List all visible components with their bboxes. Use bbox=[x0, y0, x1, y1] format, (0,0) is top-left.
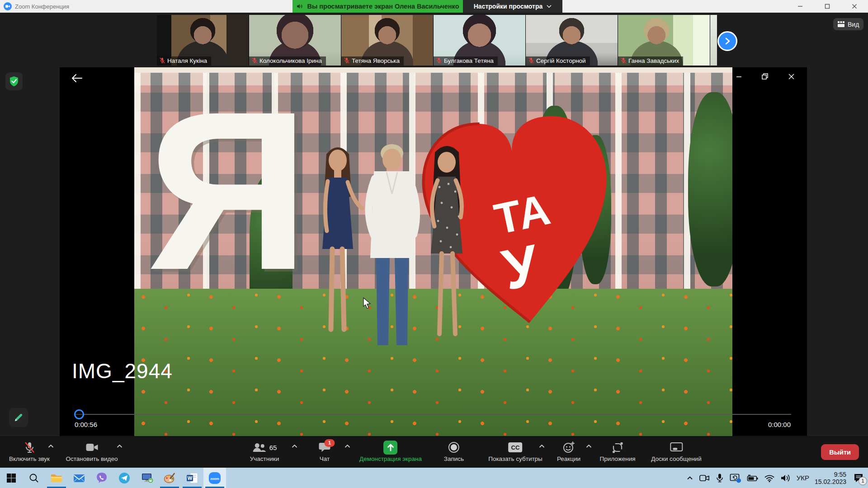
photo-viewer-window-controls bbox=[731, 70, 799, 83]
meeting-info-shield[interactable] bbox=[5, 72, 23, 90]
minimize-button[interactable] bbox=[787, 0, 814, 13]
leave-meeting-button[interactable]: Выйти bbox=[821, 444, 859, 460]
window-title: Zoom Конференция bbox=[15, 3, 69, 10]
taskbar-date: 15.02.2023 bbox=[815, 478, 846, 485]
chat-unread-badge: 1 bbox=[325, 439, 335, 447]
taskbar-clock[interactable]: 9:55 15.02.2023 bbox=[815, 471, 846, 485]
video-scrubber-track[interactable] bbox=[75, 414, 791, 415]
shared-photo-viewer-window: Я ТА У bbox=[60, 67, 807, 436]
apps-control[interactable]: Приложения bbox=[600, 440, 636, 462]
start-button[interactable] bbox=[0, 468, 23, 488]
remote-desktop-button[interactable] bbox=[136, 468, 158, 488]
mouse-cursor bbox=[363, 297, 373, 309]
unmute-control[interactable]: Включить звук bbox=[9, 440, 50, 462]
mic-muted-icon bbox=[160, 57, 165, 64]
pencil-icon bbox=[14, 413, 24, 422]
mic-muted-icon bbox=[344, 57, 349, 64]
leave-meeting-label: Выйти bbox=[829, 449, 851, 456]
gallery-view-icon bbox=[838, 21, 844, 27]
video-camera-icon bbox=[85, 442, 99, 453]
close-button[interactable] bbox=[841, 0, 868, 13]
share-screen-control[interactable]: Демонстрация экрана bbox=[359, 440, 422, 462]
zoom-taskbar-icon: zoom bbox=[208, 472, 221, 484]
participant-name: Колокольчикова Ірина bbox=[259, 57, 322, 64]
hidden-icons-chevron[interactable] bbox=[686, 475, 693, 481]
captions-options-chevron[interactable] bbox=[539, 444, 545, 448]
zoom-app-icon bbox=[4, 2, 12, 10]
participant-name-chip: Наталя Кукіна bbox=[157, 56, 211, 66]
word-button[interactable]: W bbox=[181, 468, 203, 488]
language-indicator[interactable]: УКР bbox=[797, 474, 809, 482]
photo-close-button[interactable] bbox=[783, 70, 799, 83]
tray-wifi-icon[interactable] bbox=[764, 474, 775, 483]
word-icon: W bbox=[186, 472, 198, 484]
tray-camera-icon[interactable] bbox=[699, 474, 710, 483]
captions-control[interactable]: CC Показать субтитры bbox=[488, 440, 542, 462]
telegram-button[interactable] bbox=[113, 468, 136, 488]
photo-minimize-button[interactable] bbox=[731, 70, 746, 83]
participants-control[interactable]: 65 Участники bbox=[250, 440, 279, 462]
participant-tile[interactable]: Колокольчикова Ірина bbox=[249, 15, 341, 66]
chat-options-chevron[interactable] bbox=[344, 444, 350, 448]
video-scrubber-handle[interactable] bbox=[74, 409, 84, 419]
view-button-label: Вид bbox=[848, 21, 859, 28]
view-settings-dropdown[interactable]: Настройки просмотра bbox=[463, 0, 562, 13]
mail-icon bbox=[73, 473, 85, 483]
paint-icon bbox=[164, 472, 176, 484]
sculpture-letter-ya: Я bbox=[147, 80, 309, 301]
reactions-options-chevron[interactable] bbox=[586, 444, 592, 448]
share-screen-icon bbox=[383, 441, 397, 455]
remaining-time: 0:00:00 bbox=[768, 421, 791, 428]
record-icon bbox=[448, 441, 460, 454]
notification-center-button[interactable]: 1 bbox=[852, 471, 865, 485]
viber-button[interactable] bbox=[90, 468, 113, 488]
system-tray: УКР 9:55 15.02.2023 1 bbox=[686, 468, 865, 488]
notification-badge: 1 bbox=[859, 477, 867, 485]
annotate-button[interactable] bbox=[9, 408, 28, 427]
participant-tile[interactable]: Сергій Косторной bbox=[526, 15, 618, 66]
elapsed-time: 0:00:56 bbox=[75, 421, 97, 428]
paint-button[interactable] bbox=[158, 468, 181, 488]
participant-name-chip: Колокольчикова Ірина bbox=[249, 56, 326, 66]
view-button[interactable]: Вид bbox=[833, 18, 863, 30]
participant-tile[interactable]: Ганна Завадських bbox=[618, 15, 710, 66]
record-label: Запись bbox=[444, 455, 464, 462]
participant-name: Ганна Завадських bbox=[628, 57, 679, 64]
whiteboards-control[interactable]: Доски сообщений bbox=[651, 440, 701, 462]
participants-icon bbox=[252, 442, 267, 453]
zoom-icon-wordmark: zoom bbox=[210, 476, 219, 480]
participant-tile[interactable]: Булгакова Тетяна bbox=[434, 15, 525, 66]
file-explorer-button[interactable] bbox=[45, 468, 68, 488]
tray-volume-icon[interactable] bbox=[780, 474, 791, 483]
mic-muted-icon bbox=[23, 441, 36, 454]
back-button[interactable] bbox=[69, 71, 85, 85]
word-icon-letter: W bbox=[187, 475, 192, 481]
telegram-icon bbox=[118, 472, 130, 484]
mail-button[interactable] bbox=[68, 468, 90, 488]
viber-icon bbox=[96, 472, 108, 484]
stop-video-control[interactable]: Остановить видео bbox=[66, 440, 118, 462]
chat-control[interactable]: 1 Чат bbox=[319, 440, 331, 462]
audio-options-chevron[interactable] bbox=[48, 444, 54, 448]
reactions-control[interactable]: Реакции bbox=[557, 440, 580, 462]
tray-screen-share-icon[interactable] bbox=[730, 473, 741, 483]
record-control[interactable]: Запись bbox=[444, 440, 464, 462]
maximize-button[interactable] bbox=[814, 0, 841, 13]
photo-restore-button[interactable] bbox=[757, 70, 773, 83]
video-options-chevron[interactable] bbox=[117, 444, 123, 448]
chevron-right-icon bbox=[724, 38, 731, 45]
participant-name-chip: Сергій Косторной bbox=[526, 56, 590, 66]
search-button[interactable] bbox=[23, 468, 45, 488]
apps-label: Приложения bbox=[600, 455, 636, 462]
participant-tile[interactable]: Тетяна Яворська bbox=[341, 15, 433, 66]
tray-battery-icon[interactable] bbox=[747, 474, 759, 482]
chevron-down-icon bbox=[547, 5, 552, 8]
participant-name-chip: Тетяна Яворська bbox=[341, 56, 404, 66]
participant-name: Сергій Косторной bbox=[536, 57, 586, 64]
photo-filename-label: IMG_2944 bbox=[72, 359, 173, 383]
next-participants-button[interactable] bbox=[717, 31, 737, 51]
participants-options-chevron[interactable] bbox=[292, 444, 297, 448]
tray-mic-icon[interactable] bbox=[715, 473, 724, 483]
participant-tile[interactable]: Наталя Кукіна bbox=[157, 15, 249, 66]
zoom-taskbar-button[interactable]: zoom bbox=[203, 468, 226, 488]
